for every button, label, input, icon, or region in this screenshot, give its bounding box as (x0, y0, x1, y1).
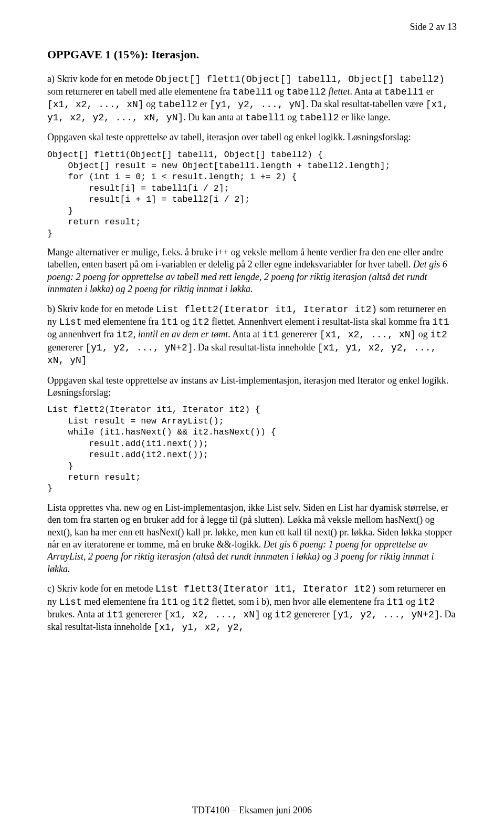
text: er like lange. (339, 112, 390, 122)
code-inline: List flett3(Iterator it1, Iterator it2) (155, 584, 376, 594)
text: er (197, 99, 209, 109)
solution-intro-b: Oppgaven skal teste opprettelse av insta… (47, 375, 457, 399)
subpart-c-letter: c) (47, 583, 55, 594)
text: Mange alternativer er mulige, f.eks. å b… (47, 247, 443, 270)
code-inline: List flett2(Iterator it1, Iterator it2) (156, 304, 377, 315)
text: genererer (291, 609, 332, 619)
subpart-b: b) Skriv kode for en metode List flett2(… (47, 303, 457, 367)
text: Skriv kode for en metode (57, 583, 155, 594)
code-inline: [y1, y2, ..., yN+2] (332, 609, 439, 620)
code-inline: tabell2 (286, 87, 326, 97)
code-inline: [x1, y1, x2, y2, (153, 622, 244, 633)
text: og annenhvert fra (47, 329, 116, 339)
code-inline: it2 (430, 329, 447, 340)
code-inline: it2 (418, 597, 435, 607)
text: genererer (279, 329, 320, 339)
text: og (178, 316, 192, 327)
solution-intro-a: Oppgaven skal teste opprettelse av tabel… (47, 131, 457, 143)
code-inline: [x1, x2, ..., xN] (47, 99, 144, 110)
text-italic: inntil en av dem er tømt (138, 329, 228, 339)
text: Skriv kode for en metode (57, 74, 155, 84)
code-inline: List (59, 317, 82, 327)
code-inline: it1 (386, 597, 403, 607)
subpart-a-letter: a) (47, 74, 55, 84)
comments-a: Mange alternativer er mulige, f.eks. å b… (47, 246, 457, 296)
code-inline: it2 (116, 329, 133, 340)
text: og (272, 86, 286, 97)
code-inline: it1 (262, 329, 279, 340)
page-number: Side 2 av 13 (410, 21, 457, 33)
code-inline: it1 (161, 317, 178, 327)
text: og (404, 596, 418, 607)
text: , (133, 329, 138, 339)
text: og (260, 609, 275, 619)
text: . Da skal resultat-tabellen være (306, 99, 426, 109)
text: og (416, 329, 430, 339)
text: . Da skal resultat-lista inneholde (193, 342, 318, 353)
code-inline: it2 (275, 609, 291, 620)
code-inline: it1 (161, 597, 178, 607)
text: med elementene fra (82, 596, 161, 607)
code-inline: List (59, 597, 82, 607)
text: og (285, 112, 299, 122)
text: flettet, som i b), men hvor alle element… (209, 596, 386, 607)
text: genererer (123, 609, 164, 619)
text: brukes. Anta at (47, 609, 107, 619)
subpart-c: c) Skriv kode for en metode List flett3(… (47, 583, 457, 634)
subpart-b-letter: b) (47, 304, 55, 314)
code-inline: [x1, x2, ..., xN] (320, 329, 416, 340)
code-inline: tabell2 (158, 99, 198, 110)
code-inline: it2 (192, 317, 209, 327)
code-block-a: Object[] flett1(Object[] tabell1, Object… (47, 149, 457, 240)
text: som returnerer en tabell med alle elemen… (47, 86, 233, 97)
code-inline: Object[] flett1(Object[] tabell1, Object… (155, 74, 445, 85)
text: . Du kan anta at (183, 112, 245, 122)
code-block-b: List flett2(Iterator it1, Iterator it2) … (47, 404, 457, 494)
comments-b: Lista opprettes vha. new og en List-impl… (47, 502, 457, 575)
task-title: OPPGAVE 1 (15%): Iterasjon. (47, 47, 457, 63)
subpart-a: a) Skriv kode for en metode Object[] fle… (47, 73, 457, 125)
text: Skriv kode for en metode (58, 304, 156, 314)
text: og (178, 596, 192, 607)
code-inline: it2 (192, 597, 209, 607)
code-inline: it1 (107, 609, 123, 620)
code-inline: tabell1 (245, 112, 285, 123)
text: genererer (47, 342, 85, 353)
code-inline: tabell1 (384, 87, 424, 97)
text: med elementene fra (82, 316, 161, 327)
text: . Anta at (228, 329, 262, 339)
code-inline: tabell1 (233, 87, 272, 97)
text: flettet. Annenhvert element i resultat-l… (209, 316, 432, 327)
code-inline: [y1, y2, ..., yN+2] (85, 343, 193, 353)
code-inline: [x1, x2, ..., xN] (164, 609, 260, 620)
text: og (144, 99, 158, 109)
code-inline: it1 (432, 317, 449, 327)
footer: TDT4100 – Eksamen juni 2006 (0, 804, 504, 816)
text: . Anta at (350, 86, 384, 97)
code-inline: [y1, y2, ..., yN] (209, 99, 306, 110)
page: Side 2 av 13 OPPGAVE 1 (15%): Iterasjon.… (0, 0, 504, 827)
text-italic: flettet (329, 86, 350, 97)
text: er (424, 86, 433, 97)
code-inline: tabell2 (299, 112, 339, 123)
